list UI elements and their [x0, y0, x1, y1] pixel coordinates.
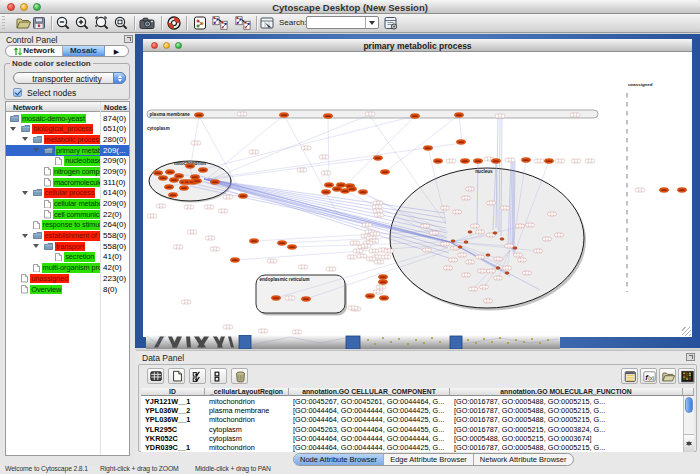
zoom-fit-icon[interactable]: [113, 15, 129, 31]
tree-row[interactable]: transport558(0): [6, 241, 129, 252]
destroy-network-icon[interactable]: [166, 15, 182, 31]
node-color-combobox[interactable]: transporter activity: [13, 72, 126, 84]
app-titlebar[interactable]: Cytoscape Desktop (New Session): [0, 0, 700, 14]
table-cell-region[interactable]: plasma membrane: [209, 406, 287, 415]
browser-tab[interactable]: Node Attribute Browser: [294, 454, 384, 465]
network-canvas[interactable]: plasma membranecytoplasmmitochondrionnuc…: [143, 52, 692, 337]
table-cell-cc[interactable]: [GO:0044464, GO:0044444, GO:0044425, G..…: [293, 415, 448, 424]
tree-row[interactable]: cell communication22(0): [6, 209, 129, 220]
tree-row[interactable]: Overview8(0): [6, 284, 129, 295]
table-scrollbar[interactable]: [683, 396, 694, 452]
select-attributes-button[interactable]: [189, 368, 206, 384]
browser-tab[interactable]: Network Attribute Browser: [474, 454, 573, 465]
table-cell-id[interactable]: YLR295C: [145, 425, 203, 434]
table-cell-cc[interactable]: [GO:0044464, GO:0044444, GO:0044425, G..…: [293, 406, 448, 415]
table-cell-mf[interactable]: [GO:0005488, GO:0005215, GO:0003674]: [454, 434, 681, 443]
tab-overflow-arrow[interactable]: ▶: [105, 46, 128, 56]
table-header-cell[interactable]: annotation.GO MOLECULAR_FUNCTION: [450, 388, 683, 396]
select-nodes-checkbox[interactable]: [13, 88, 22, 97]
network-edge[interactable]: [206, 158, 378, 180]
tree-row[interactable]: response to stimulus264(0): [6, 220, 129, 231]
scrollbar-thumb[interactable]: [685, 397, 693, 413]
import-attributes-icon[interactable]: [259, 15, 275, 31]
table-cell-id[interactable]: YPL036W__1: [145, 415, 203, 424]
tree-expand-arrow[interactable]: [22, 137, 28, 144]
network-node-small[interactable]: [496, 267, 500, 270]
tab-mosaic[interactable]: Mosaic: [63, 46, 105, 56]
network-window-titlebar[interactable]: primary metabolic process: [143, 39, 692, 52]
network-node-small[interactable]: [468, 231, 472, 234]
table-cell-region[interactable]: cytoplasm: [209, 425, 287, 434]
table-cell-id[interactable]: YDR039C__1: [145, 443, 203, 452]
network-node-small[interactable]: [451, 240, 455, 243]
tree-row[interactable]: primary metabolic process209(...: [6, 145, 129, 156]
zoom-out-icon[interactable]: [55, 15, 71, 31]
network-node-small[interactable]: [500, 238, 504, 241]
float-panel-icon[interactable]: [686, 353, 695, 361]
network-edge[interactable]: [208, 115, 284, 178]
table-header-cell[interactable]: _cellularLayoutRegion: [205, 388, 289, 396]
tree-row[interactable]: macromolecule311(0): [6, 177, 129, 188]
table-cell-region[interactable]: mitochondrion: [209, 397, 287, 406]
snapshot-icon[interactable]: [139, 15, 155, 31]
toolbar-drag-handle[interactable]: [2, 16, 5, 30]
network-node-small[interactable]: [493, 232, 497, 235]
tree-row[interactable]: unassigned223(0): [6, 273, 129, 284]
search-input[interactable]: [306, 16, 379, 29]
tree-expand-arrow[interactable]: [10, 127, 16, 134]
save-icon[interactable]: [31, 15, 47, 31]
table-cell-region[interactable]: mitochondrion: [209, 443, 287, 452]
new-attribute-button[interactable]: [168, 368, 185, 384]
table-header-cell[interactable]: ID: [141, 388, 205, 396]
table-cell-cc[interactable]: [GO:0045263, GO:0044464, GO:0044455, G..…: [293, 425, 448, 434]
combobox-stepper-icon[interactable]: [113, 72, 126, 84]
tree-row[interactable]: multi-organism proc42(0): [6, 263, 129, 274]
network-node-small[interactable]: [505, 272, 509, 275]
tree-row[interactable]: biological_process651(0): [6, 124, 129, 135]
browser-tab[interactable]: Edge Attribute Browser: [384, 454, 474, 465]
network-view-window[interactable]: primary metabolic process plasma membran…: [135, 34, 700, 348]
tree-row[interactable]: cellular metabolic209(0): [6, 199, 129, 210]
network-edge[interactable]: [385, 115, 459, 172]
network-node-small[interactable]: [486, 254, 490, 257]
table-cell-id[interactable]: YJR121W__1: [145, 397, 203, 406]
network-node-small[interactable]: [513, 247, 517, 250]
network-edge[interactable]: [459, 115, 462, 143]
copy-network-icon[interactable]: [212, 15, 230, 31]
new-network-icon[interactable]: [192, 15, 208, 31]
network-node-small[interactable]: [458, 246, 462, 249]
table-cell-id[interactable]: YPL036W__2: [145, 406, 203, 415]
network-edge[interactable]: [200, 116, 415, 170]
open-folder-icon[interactable]: [15, 15, 31, 31]
table-cell-mf[interactable]: [GO:0016787, GO:0005215, GO:0003824, G..…: [454, 425, 681, 434]
copy-network-icon-2[interactable]: [235, 15, 253, 31]
network-node-small[interactable]: [464, 241, 468, 244]
delete-attribute-button[interactable]: [231, 368, 248, 384]
table-cell-mf[interactable]: [GO:0016787, GO:0005488, GO:0005215, G..…: [454, 397, 681, 406]
table-header-cell[interactable]: annotation.GO CELLULAR_COMPONENT: [289, 388, 450, 396]
table-cell-cc[interactable]: [GO:0045267, GO:0045261, GO:0044464, G..…: [293, 397, 448, 406]
search-dropdown-arrow[interactable]: [365, 17, 379, 28]
table-cell-region[interactable]: mitochondrion: [209, 415, 287, 424]
tree-row[interactable]: mosaic-demo-yeast874(0): [6, 113, 129, 124]
tree-row[interactable]: nucleobase-containing209(0): [6, 156, 129, 167]
configure-search-icon[interactable]: [383, 15, 399, 31]
tree-expand-arrow[interactable]: [33, 244, 39, 251]
tree-expand-arrow[interactable]: [33, 148, 39, 155]
resize-grip[interactable]: [682, 327, 691, 336]
attribute-table[interactable]: ID_cellularLayoutRegionannotation.GO CEL…: [141, 388, 694, 452]
table-cell-mf[interactable]: [GO:0016787, GO:0005488, GO:0005215, G..…: [454, 443, 681, 452]
tab-network[interactable]: Network: [6, 46, 63, 56]
tree-row[interactable]: cellular process614(0): [6, 188, 129, 199]
heatmap-view-button[interactable]: [678, 368, 695, 384]
tree-col-nodes[interactable]: Nodes: [104, 103, 127, 112]
function-builder-button[interactable]: f(x): [640, 368, 657, 384]
tree-row[interactable]: nitrogen compound209(0): [6, 166, 129, 177]
table-cell-region[interactable]: cytoplasm: [209, 434, 287, 443]
table-cell-cc[interactable]: [GO:0044464, GO:0044444, GO:0044444, G..…: [293, 434, 448, 443]
zoom-selected-icon[interactable]: [94, 15, 110, 31]
scrollbar-buttons[interactable]: [684, 434, 694, 452]
unselect-attributes-button[interactable]: [210, 368, 227, 384]
tree-row[interactable]: secretion41(0): [6, 252, 129, 263]
table-cell-id[interactable]: YKR052C: [145, 434, 203, 443]
